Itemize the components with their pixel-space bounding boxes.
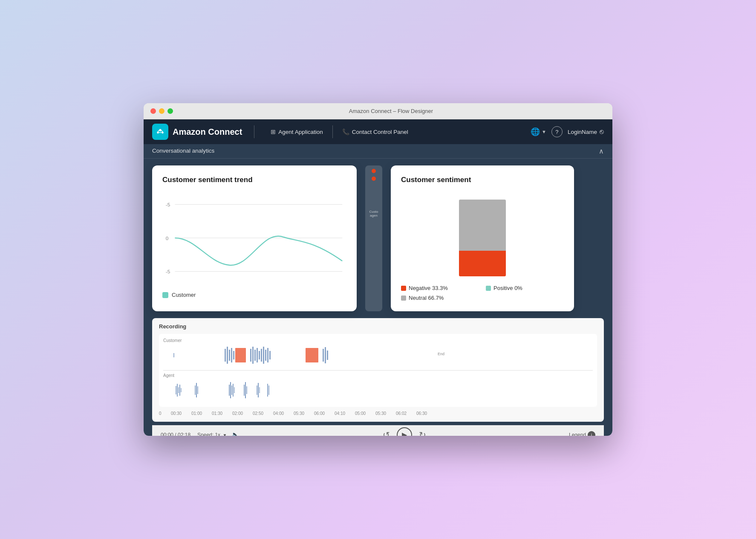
svg-rect-54	[268, 385, 269, 395]
fast-forward-button[interactable]: ↻	[419, 430, 426, 436]
chart-legend: Customer	[162, 292, 346, 298]
browser-window: Amazon Connect – Flow Designer Amazon Co…	[144, 103, 612, 436]
timeline-mark-13: 06:30	[416, 411, 437, 416]
svg-rect-39	[195, 385, 196, 395]
agent-waveform-svg	[163, 380, 593, 401]
positive-legend-item: Positive 0%	[486, 285, 564, 291]
svg-rect-50	[257, 385, 257, 395]
svg-rect-29	[306, 348, 318, 362]
contact-control-panel-link[interactable]: 📞 Contact Control Panel	[338, 126, 413, 138]
legend-button[interactable]: Legend i	[569, 431, 595, 436]
timeline-mark-6: 04:00	[273, 411, 294, 416]
svg-rect-45	[233, 384, 234, 397]
svg-rect-24	[261, 349, 262, 362]
globe-chevron: ▼	[542, 129, 546, 134]
svg-rect-12	[173, 353, 174, 357]
svg-text:End: End	[438, 352, 444, 356]
svg-rect-30	[323, 349, 324, 362]
agent-waveform-label: Agent	[163, 373, 593, 378]
rewind-button[interactable]: ↺	[383, 430, 390, 436]
timeline: 0 00:30 01:00 01:30 02:00 02:50 04:00 05…	[159, 410, 597, 417]
customer-legend-label: Customer	[172, 292, 196, 298]
neutral-bar-segment	[459, 200, 506, 251]
speed-chevron: ▼	[222, 433, 227, 436]
traffic-lights	[150, 108, 173, 114]
svg-line-3	[158, 130, 159, 132]
collapse-chevron[interactable]: ∧	[599, 147, 604, 155]
timeline-mark-7: 05:30	[294, 411, 314, 416]
close-button[interactable]	[150, 108, 156, 114]
svg-rect-26	[265, 350, 266, 361]
timeline-mark-1: 00:30	[171, 411, 191, 416]
svg-rect-52	[259, 387, 260, 393]
svg-rect-13	[225, 349, 226, 362]
svg-rect-14	[227, 347, 228, 364]
svg-rect-40	[196, 383, 197, 397]
timeline-mark-3: 01:30	[212, 411, 232, 416]
neutral-label: Neutral 66.7%	[409, 295, 444, 301]
playback-controls: ↺ ▶ ↻	[383, 427, 426, 436]
phone-icon: 📞	[342, 128, 349, 135]
sentiment-trend-title: Customer sentiment trend	[162, 176, 346, 184]
negative-label: Negative 33.3%	[409, 285, 448, 291]
help-button[interactable]: ?	[551, 126, 563, 137]
svg-rect-19	[250, 349, 251, 362]
recording-section: Recording Customer	[152, 318, 604, 422]
agent-application-link[interactable]: ⊞ Agent Application	[266, 126, 327, 138]
svg-rect-44	[231, 385, 232, 395]
svg-text:0: 0	[166, 235, 169, 241]
svg-line-4	[162, 130, 163, 132]
sentiment-bar-chart	[401, 191, 564, 276]
svg-rect-36	[178, 387, 179, 393]
negative-swatch	[401, 286, 406, 291]
positive-swatch	[486, 286, 491, 291]
timeline-mark-12: 06:02	[396, 411, 416, 416]
svg-point-1	[157, 132, 159, 134]
playback-speed: Speed: 1x ▼	[197, 432, 227, 436]
nav-link-divider	[332, 125, 333, 138]
customer-waveform-label: Customer	[163, 338, 593, 343]
timeline-mark-2: 01:00	[191, 411, 212, 416]
svg-point-2	[162, 132, 164, 134]
agent-app-icon: ⊞	[271, 128, 276, 135]
svg-rect-15	[229, 350, 230, 361]
play-button[interactable]: ▶	[397, 427, 412, 436]
svg-rect-48	[245, 382, 246, 398]
minimize-button[interactable]	[159, 108, 164, 114]
timeline-mark-8: 06:00	[314, 411, 335, 416]
customer-sentiment-card: Customer sentiment Negative 33.3% Positi…	[391, 165, 574, 311]
logo-icon	[152, 124, 168, 140]
nav-divider	[254, 125, 254, 138]
svg-rect-42	[229, 385, 230, 396]
svg-rect-53	[267, 384, 268, 397]
neutral-swatch	[401, 296, 406, 301]
conversational-analytics-tab[interactable]: Conversational analytics	[152, 144, 214, 158]
maximize-button[interactable]	[167, 108, 173, 114]
svg-rect-41	[197, 386, 198, 394]
stacked-bar	[459, 200, 506, 276]
svg-text:-5: -5	[166, 202, 170, 207]
logout-icon: ⎋	[600, 128, 604, 136]
timeline-mark-10: 05:00	[355, 411, 375, 416]
svg-rect-51	[258, 383, 259, 397]
svg-rect-32	[327, 351, 328, 360]
svg-rect-38	[181, 388, 182, 392]
timeline-zero: 0	[159, 411, 171, 416]
volume-icon[interactable]: 🔈	[231, 431, 239, 436]
negative-legend-item: Negative 33.3%	[401, 285, 479, 291]
svg-rect-22	[257, 348, 258, 362]
user-menu[interactable]: LoginName ⎋	[568, 128, 604, 136]
language-selector[interactable]: 🌐 ▼	[531, 127, 546, 136]
svg-rect-25	[263, 347, 264, 364]
svg-rect-46	[234, 387, 235, 393]
svg-text:-5: -5	[166, 269, 170, 274]
svg-rect-43	[230, 382, 231, 398]
svg-rect-34	[176, 386, 176, 394]
recording-title: Recording	[159, 323, 597, 330]
positive-label: Positive 0%	[493, 285, 522, 291]
svg-rect-27	[267, 348, 268, 362]
timeline-mark-9: 04:10	[335, 411, 355, 416]
playback-bar: 00:00 / 02:18 Speed: 1x ▼ 🔈 ↺ ▶ ↻ Legend…	[152, 425, 604, 436]
nav-links: ⊞ Agent Application 📞 Contact Control Pa…	[266, 125, 522, 138]
nav-logo-text: Amazon Connect	[173, 127, 242, 137]
